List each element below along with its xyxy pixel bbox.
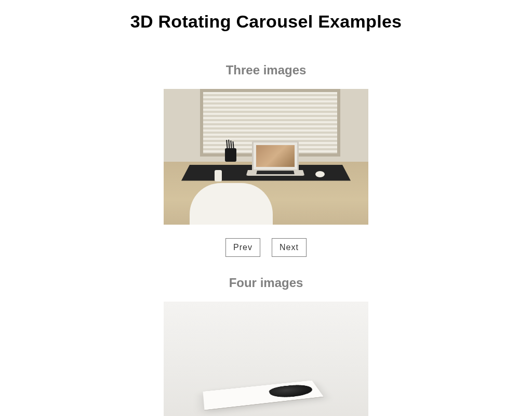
carousel-three-images [164,89,368,225]
carousel-image-book [164,302,368,416]
next-button[interactable]: Next [272,238,307,257]
page-container: 3D Rotating Carousel Examples Three imag… [0,0,532,416]
carousel-image-desk [164,89,368,225]
section-heading-three: Three images [226,63,307,77]
page-title: 3D Rotating Carousel Examples [130,11,402,32]
section-heading-four: Four images [229,276,303,290]
carousel-controls: Prev Next [225,238,307,257]
prev-button[interactable]: Prev [225,238,260,257]
carousel-four-images [164,302,368,416]
